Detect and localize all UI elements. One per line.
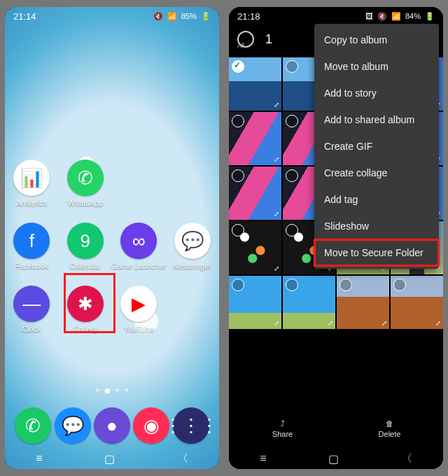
- selection-circle[interactable]: [286, 115, 298, 127]
- page-dot[interactable]: [125, 388, 128, 392]
- dock-glyph-icon: ✆: [25, 415, 41, 437]
- app-icon: ✱: [67, 286, 104, 322]
- signal-icon: 📶: [167, 12, 177, 21]
- photo-thumbnail[interactable]: [391, 330, 443, 384]
- page-dot-active[interactable]: [105, 388, 110, 393]
- select-all-label: All: [237, 42, 244, 49]
- home-button[interactable]: ▢: [328, 452, 339, 465]
- home-button[interactable]: ▢: [104, 452, 115, 465]
- context-menu: Copy to albumMove to albumAdd to storyAd…: [314, 24, 439, 269]
- dock-glyph-icon: ◉: [144, 415, 160, 437]
- dock-app[interactable]: ✆: [15, 407, 51, 444]
- photo-thumbnail[interactable]: ⤢: [229, 167, 281, 220]
- selection-circle[interactable]: [232, 60, 244, 73]
- page-dot[interactable]: [115, 388, 119, 392]
- selection-circle[interactable]: [232, 169, 244, 182]
- app-glyph-icon: 💬: [181, 230, 204, 252]
- photo-thumbnail[interactable]: ⤢: [229, 276, 281, 329]
- recents-button[interactable]: ≡: [260, 452, 266, 465]
- status-bar: 21:14 🔇 📶 85% 🔋: [5, 7, 219, 25]
- app-glyph-icon: f: [29, 230, 34, 252]
- app-label: Clock: [22, 325, 41, 333]
- photo-thumbnail[interactable]: ⤢: [229, 221, 281, 274]
- battery-icon: 🔋: [425, 12, 435, 21]
- app-calendar[interactable]: 9Calendar: [63, 223, 108, 270]
- app-youtube[interactable]: ▶YouTube: [116, 286, 161, 333]
- photo-thumbnail[interactable]: [283, 330, 335, 384]
- dock-glyph-icon: ⋮⋮⋮: [164, 415, 218, 437]
- selection-circle[interactable]: [232, 224, 244, 237]
- photo-thumbnail[interactable]: ⤢: [229, 57, 281, 111]
- app-label: WhatsApp: [67, 199, 103, 207]
- selection-circle[interactable]: [286, 60, 298, 73]
- photo-thumbnail[interactable]: ⤢: [283, 276, 335, 329]
- nav-bar: ≡ ▢ 〈: [229, 448, 443, 469]
- app-icon: ∞: [120, 223, 157, 259]
- selection-circle[interactable]: [286, 224, 298, 237]
- menu-item-move-to-album[interactable]: Move to album: [314, 53, 439, 80]
- dock: ✆💬●◉⋮⋮⋮: [5, 407, 219, 444]
- dock-glyph-icon: ●: [106, 415, 118, 437]
- selection-circle[interactable]: [232, 115, 244, 127]
- mute-icon: 🔇: [377, 12, 387, 21]
- dock-app[interactable]: ●: [94, 407, 130, 444]
- app-messenger[interactable]: 💬Messenger: [170, 223, 215, 270]
- selection-circle[interactable]: [232, 279, 244, 291]
- expand-icon: ⤢: [435, 319, 441, 327]
- menu-item-add-tag[interactable]: Add tag: [314, 186, 439, 213]
- dock-app[interactable]: ⋮⋮⋮: [173, 407, 209, 444]
- mute-icon: 🔇: [153, 12, 163, 21]
- app-glyph-icon: 9: [80, 230, 90, 252]
- menu-item-add-to-shared-album[interactable]: Add to shared album: [314, 106, 439, 133]
- app-clock[interactable]: —Clock: [9, 286, 54, 333]
- app-icon: 📊: [13, 160, 50, 196]
- app-glyph-icon: 📊: [20, 167, 43, 189]
- expand-icon: ⤢: [328, 319, 333, 327]
- app-icon: 💬: [174, 223, 211, 259]
- phone-gallery-screen: 21:18 🖼 🔇 📶 84% 🔋 1 All ⤢⤢⤢⤢⤢⤢⤢⤢⤢⤢⤢⤢⤢⤢⤢⤢…: [229, 7, 443, 469]
- page-indicator[interactable]: [5, 388, 219, 393]
- menu-item-move-to-secure-folder[interactable]: Move to Secure Folder: [314, 239, 439, 266]
- screenshot-icon: 🖼: [365, 12, 373, 20]
- app-game-launcher[interactable]: ∞Game Launcher: [116, 223, 161, 270]
- back-button[interactable]: 〈: [401, 451, 412, 466]
- app-gallery[interactable]: ✱Gallery: [63, 286, 108, 333]
- app-label: Messenger: [174, 262, 211, 270]
- dock-app[interactable]: 💬: [55, 407, 91, 444]
- delete-button[interactable]: 🗑 Delete: [336, 409, 443, 448]
- app-whatsapp[interactable]: ✆WhatsApp: [63, 160, 108, 207]
- menu-item-create-gif[interactable]: Create GIF: [314, 133, 439, 160]
- page-dot[interactable]: [96, 388, 99, 392]
- status-icons: 🖼 🔇 📶 84% 🔋: [365, 12, 435, 21]
- share-label: Share: [272, 430, 293, 438]
- photo-thumbnail[interactable]: ⤢: [337, 276, 389, 329]
- battery-text: 85%: [181, 12, 197, 20]
- delete-label: Delete: [379, 430, 401, 438]
- photo-thumbnail[interactable]: ⤢: [391, 276, 443, 329]
- status-icons: 🔇 📶 85% 🔋: [153, 12, 211, 21]
- photo-thumbnail[interactable]: ⤢: [229, 112, 281, 165]
- selection-circle[interactable]: [286, 279, 298, 291]
- app-analytics[interactable]: 📊Analytics: [9, 160, 54, 207]
- recents-button[interactable]: ≡: [36, 452, 42, 465]
- menu-item-add-to-story[interactable]: Add to story: [314, 80, 439, 106]
- share-button[interactable]: ⤴ Share: [229, 409, 336, 448]
- status-time: 21:14: [13, 11, 36, 22]
- signal-icon: 📶: [391, 12, 401, 21]
- selection-circle[interactable]: [393, 279, 406, 291]
- battery-text: 84%: [405, 12, 421, 20]
- photo-thumbnail[interactable]: [229, 330, 281, 384]
- back-button[interactable]: 〈: [177, 451, 188, 466]
- app-facebook[interactable]: fFacebook: [9, 223, 54, 270]
- menu-item-copy-to-album[interactable]: Copy to album: [314, 27, 439, 53]
- menu-item-slideshow[interactable]: Slideshow: [314, 213, 439, 239]
- expand-icon: ⤢: [274, 101, 279, 108]
- selection-circle[interactable]: [340, 279, 352, 291]
- selection-count: 1: [265, 32, 272, 47]
- photo-thumbnail[interactable]: [337, 330, 389, 384]
- dock-glyph-icon: 💬: [62, 415, 84, 437]
- selection-circle[interactable]: [286, 169, 298, 182]
- menu-item-create-collage[interactable]: Create collage: [314, 160, 439, 186]
- battery-icon: 🔋: [201, 12, 211, 21]
- app-label: Analytics: [16, 199, 47, 207]
